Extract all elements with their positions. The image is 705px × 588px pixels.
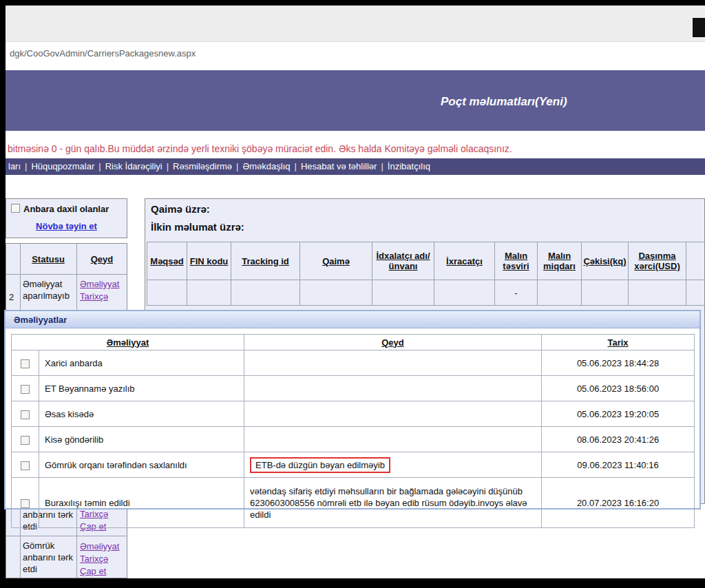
column-header-label: Əməliyyat	[107, 337, 149, 348]
history-link[interactable]: Tarixçə	[80, 291, 119, 303]
operation-row: Kisə göndərilib 08.06.2023 20:41:26	[12, 427, 695, 452]
column-header-label: Tarix	[607, 337, 628, 348]
nav-item-rəsmiləşdirmə[interactable]: Rəsmiləşdirmə	[173, 161, 232, 171]
column-header-label: Qeyd	[381, 337, 404, 348]
operation-row-highlighted: Gömrük orqanı tərəfindən saxlanıldı ETB-…	[12, 452, 695, 478]
cell-idxalatçı	[372, 280, 434, 306]
operation-cell: Xarici anbarda	[39, 350, 244, 376]
column-header-status-label: Statusu	[32, 254, 65, 264]
url-text[interactable]: dgk/CooGovAdmin/CarriersPackagesnew.aspx	[10, 42, 196, 65]
checkbox-cell	[12, 452, 39, 478]
row-actions: Əməliyyat Tarixçə Çap et	[80, 540, 119, 578]
nav-item-hüquqpozmalar[interactable]: Hüquqpozmalar	[31, 161, 94, 171]
checkbox-cell	[12, 376, 39, 401]
nav-separator: |	[381, 161, 383, 171]
column-header-fin-kodu[interactable]: FIN kodu	[187, 242, 231, 280]
column-header-note[interactable]: Qeyd	[76, 244, 127, 274]
note-cell: vətəndaş sifariş etdiyi məhsulların bir …	[244, 478, 542, 528]
nav-item-bəyannamələr[interactable]: ları	[8, 161, 21, 171]
column-header-label: Qaimə	[322, 256, 350, 266]
operations-table: Əməliyyat Qeyd Tarix Xarici anbarda 05.0…	[11, 334, 695, 528]
status-cell: Gömrük anbarını tərk etdi	[23, 540, 76, 575]
column-header-label: İdxalatçı adı/ ünvanı	[376, 251, 430, 271]
column-header-label: İxracatçı	[446, 256, 483, 266]
operation-row: Əsas kisədə 05.06.2023 19:20:05	[12, 401, 695, 427]
note-cell: ETB-də düzgün bəyan edilməyib	[244, 452, 542, 478]
warehouse-filter-checkbox[interactable]	[11, 204, 20, 213]
column-header-qaimə[interactable]: Qaimə	[300, 242, 372, 280]
operation-link[interactable]: Əməliyyat	[80, 278, 119, 291]
column-header-label: Malın təsviri	[503, 251, 529, 271]
cell-məqsəd	[147, 280, 187, 306]
operation-link[interactable]: Əməliyyat	[80, 540, 119, 553]
grid-line	[6, 274, 127, 275]
warehouse-filter-label: Anbara daxil olanlar	[23, 204, 109, 214]
package-table-data-row: -	[147, 280, 705, 306]
date-cell: 05.06.2023 18:44:28	[542, 350, 695, 376]
operation-cell: Kisə göndərilib	[39, 427, 244, 452]
url-bar[interactable]: dgk/CooGovAdmin/CarriersPackagesnew.aspx	[6, 41, 705, 65]
date-cell: 05.06.2023 19:20:05	[542, 401, 695, 427]
nav-separator: |	[25, 161, 27, 171]
column-header-məqsəd[interactable]: Məqsəd	[147, 242, 187, 280]
queue-assign-link-wrap: Növbə təyin et	[6, 220, 127, 232]
queue-assign-link[interactable]: Növbə təyin et	[36, 221, 97, 231]
column-header-ixracatçı[interactable]: İxracatçı	[434, 242, 495, 280]
column-header-operation[interactable]: Əməliyyat	[12, 335, 244, 350]
row-checkbox[interactable]	[21, 410, 30, 419]
note-cell	[244, 427, 542, 452]
row-checkbox[interactable]	[21, 359, 30, 368]
column-header-status[interactable]: Statusu	[20, 244, 76, 274]
nav-item-risk-idarəçiliyi[interactable]: Risk İdarəçiliyi	[105, 161, 162, 171]
note-cell	[244, 350, 542, 376]
row-checkbox[interactable]	[21, 461, 30, 470]
cell-malın-təsviri: -	[495, 280, 538, 306]
history-link[interactable]: Tarixçə	[80, 553, 119, 565]
column-header-label: Tracking id	[242, 256, 289, 266]
checkbox-cell	[12, 401, 39, 427]
column-header-note[interactable]: Qeyd	[244, 335, 542, 350]
row-number: 2	[9, 292, 14, 302]
column-header-malın-təsviri[interactable]: Malın təsviri	[495, 242, 538, 280]
grid-line	[6, 536, 127, 536]
date-cell: 20.07.2023 16:16:20	[542, 478, 695, 528]
column-header-malın-miqdarı[interactable]: Malın miqdarı	[538, 242, 582, 280]
row-checkbox[interactable]	[21, 385, 30, 394]
checkbox-cell	[12, 427, 39, 452]
column-header-daşınma-xərci[interactable]: Daşınma xərci(USD)	[629, 242, 686, 280]
column-header-tracking-id[interactable]: Tracking id	[231, 242, 300, 280]
column-header-çəkisi[interactable]: Çəkisi(kq)	[582, 242, 629, 280]
cell-ixracatçı	[434, 280, 495, 306]
warehouse-filter-box: Anbara daxil olanlar Növbə təyin et	[6, 198, 127, 238]
note-cell	[244, 401, 542, 427]
package-table-header-row: Məqsəd FIN kodu Tracking id Qaimə İdxala…	[147, 242, 705, 280]
page-title: Poçt məlumatları(Yeni)	[441, 95, 567, 109]
nav-separator: |	[98, 161, 101, 171]
nav-item-əməkdaşlıq[interactable]: Əməkdaşlıq	[242, 161, 290, 171]
cell-cut	[686, 280, 705, 306]
column-header-idxalatçı[interactable]: İdxalatçı adı/ ünvanı	[372, 242, 434, 280]
row-checkbox[interactable]	[21, 436, 30, 445]
modal-title-bar[interactable]: Əməliyyatlar	[6, 311, 699, 328]
cell-tracking-id	[231, 280, 300, 306]
browser-chrome: dgk/CooGovAdmin/CarriersPackagesnew.aspx	[6, 6, 705, 65]
nav-item-hesabat[interactable]: Hesabat və təhlillər	[301, 161, 377, 171]
nav-separator: |	[236, 161, 238, 171]
column-header-date[interactable]: Tarix	[542, 335, 695, 350]
date-cell: 05.06.2023 18:56:00	[542, 376, 695, 401]
main-nav: ları|Hüquqpozmalar|Risk İdarəçiliyi|Rəsm…	[6, 158, 705, 175]
nav-separator: |	[167, 161, 169, 171]
cell-çəkisi	[582, 280, 629, 306]
cell-fin-kodu	[187, 280, 231, 306]
column-header-label: Malın miqdarı	[543, 251, 576, 271]
cell-malın-miqdarı	[538, 280, 582, 306]
section-heading-ilkin: İlkin məlumat üzrə:	[151, 221, 244, 233]
column-header-label: Çəkisi(kq)	[583, 256, 626, 266]
status-cell: Əməliyyat aparılmayıb	[23, 278, 76, 302]
operation-row: Xarici anbarda 05.06.2023 18:44:28	[12, 350, 695, 376]
row-checkbox[interactable]	[21, 499, 30, 508]
nav-item-inzibatçılıq[interactable]: İnzibatçılıq	[388, 161, 430, 171]
print-link[interactable]: Çap et	[80, 565, 119, 578]
package-table: Məqsəd FIN kodu Tracking id Qaimə İdxala…	[147, 242, 705, 306]
operation-row: Buraxılışı təmin edildi vətəndaş sifariş…	[12, 478, 695, 528]
